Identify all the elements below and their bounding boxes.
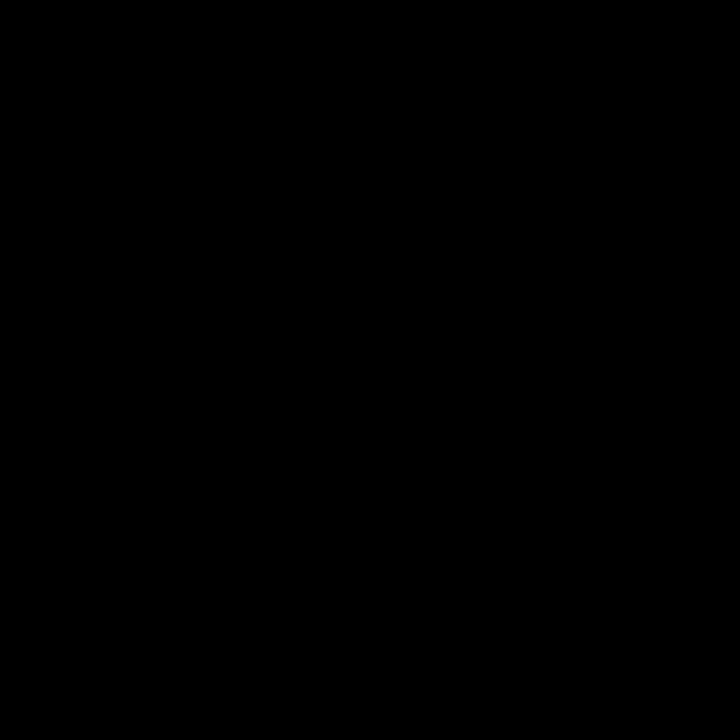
chart-frame bbox=[21, 21, 707, 707]
gradient-fill bbox=[21, 21, 707, 707]
chart-canvas bbox=[21, 21, 707, 707]
